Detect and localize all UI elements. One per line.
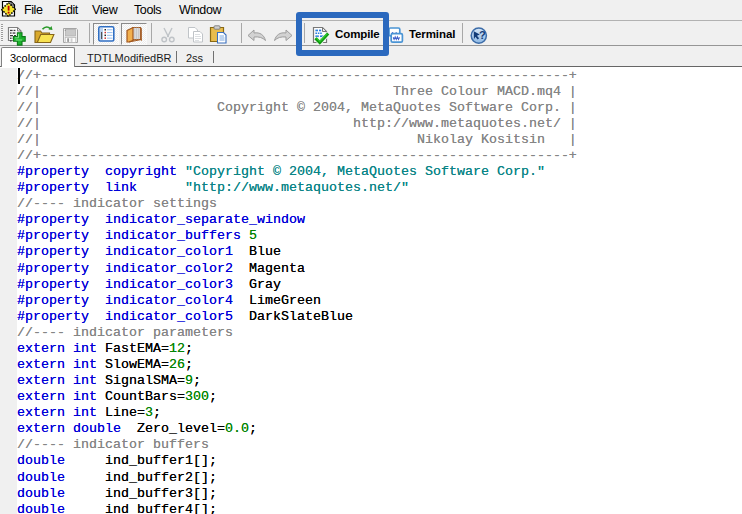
- svg-text:?: ?: [479, 29, 486, 41]
